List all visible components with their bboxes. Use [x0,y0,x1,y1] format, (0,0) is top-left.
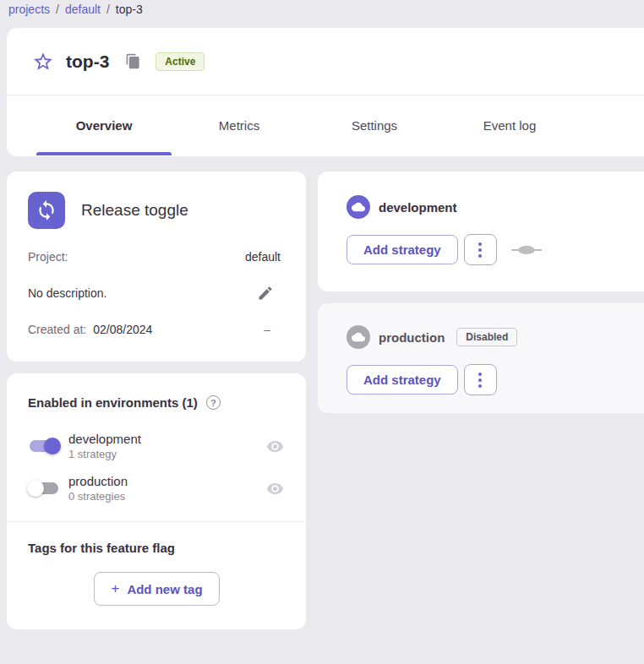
edit-description-icon[interactable] [256,284,275,302]
add-new-tag-label: Add new tag [127,582,202,596]
description-text: No description. [28,286,106,300]
environment-row-development: development 1 strategy [28,432,286,460]
breadcrumb-current: top-3 [116,3,143,16]
breadcrumb: projects / default / top-3 [8,3,143,16]
add-strategy-button[interactable]: Add strategy [347,365,458,395]
eye-icon[interactable] [266,480,284,498]
project-value: default [245,250,281,264]
development-toggle[interactable] [30,440,58,452]
flag-type-label: Release toggle [81,201,188,220]
cloud-icon [347,195,370,219]
favorite-star-icon[interactable] [32,51,54,73]
tab-metrics[interactable]: Metrics [172,95,307,155]
plus-icon: + [111,580,119,597]
environment-strategy-count: 1 strategy [68,448,141,460]
project-label: Project: [28,250,68,264]
breadcrumb-projects[interactable]: projects [8,3,50,16]
tab-settings[interactable]: Settings [307,95,442,155]
breadcrumb-default[interactable]: default [65,3,101,16]
eye-icon[interactable] [266,438,284,455]
flag-title-row: top-3 Active [7,28,644,95]
tags-section-title: Tags for this feature flag [28,541,286,555]
copy-icon[interactable] [123,52,142,71]
production-strategies-panel: production Disabled Add strategy [318,303,644,413]
environment-panel-title: development [379,200,457,215]
release-toggle-icon [28,192,65,229]
empty-value-dash: – [264,323,270,336]
strategy-connector-icon [511,245,542,255]
tab-bar: Overview Metrics Settings Event log [36,95,644,155]
flag-details-card: Release toggle Project: default No descr… [7,171,306,362]
status-badge: Active [156,52,205,71]
environments-card-title: Enabled in environments (1) [28,395,198,410]
page-title: top-3 [66,52,109,72]
help-icon[interactable]: ? [206,395,221,410]
environment-row-production: production 0 strategies [28,474,286,503]
flag-header-card: top-3 Active Overview Metrics Settings E… [7,28,644,156]
environment-name: development [68,432,141,446]
created-at-label: Created at: [28,323,86,336]
more-actions-icon[interactable] [464,234,497,265]
breadcrumb-separator: / [106,3,110,16]
environment-panel-title: production [379,330,445,345]
created-at-value: 02/08/2024 [93,323,152,336]
cloud-icon [347,325,370,349]
tab-event-log[interactable]: Event log [442,95,577,155]
more-actions-icon[interactable] [464,364,497,395]
environments-card: Enabled in environments (1) ? developmen… [7,373,306,629]
card-divider [7,521,306,522]
left-column: Release toggle Project: default No descr… [7,171,306,629]
feature-flag-page: projects / default / top-3 top-3 Active … [0,0,644,664]
production-toggle[interactable] [30,482,58,494]
right-column: development Add strategy production Disa… [318,171,644,413]
environment-name: production [68,474,128,488]
tab-overview[interactable]: Overview [36,95,172,155]
add-new-tag-button[interactable]: + Add new tag [94,572,219,606]
environment-strategy-count: 0 strategies [68,490,128,503]
disabled-badge: Disabled [456,328,517,346]
add-strategy-button[interactable]: Add strategy [347,235,458,264]
development-strategies-panel: development Add strategy [318,171,644,291]
breadcrumb-separator: / [56,3,59,16]
